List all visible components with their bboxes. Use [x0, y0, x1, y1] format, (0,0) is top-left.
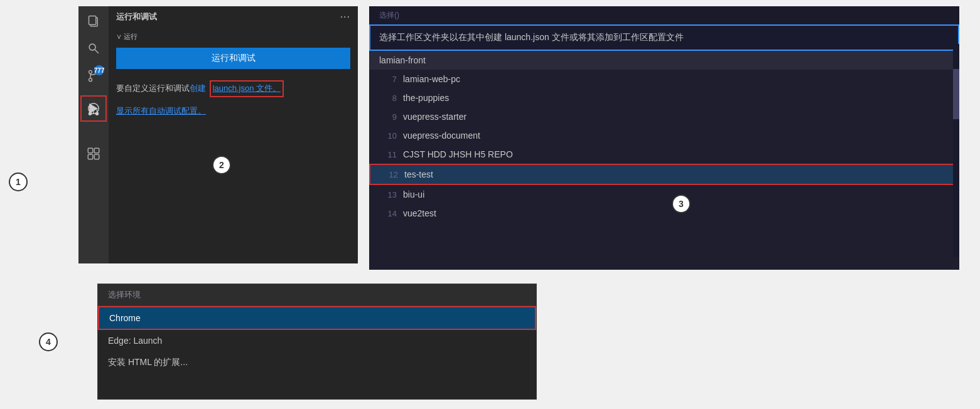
run-debug-panel: 777 运行和调试 ···	[78, 6, 358, 263]
env-item[interactable]: Chrome	[98, 306, 536, 330]
panel-header: 运行和调试 ···	[109, 6, 358, 28]
env-header: 选择环境	[98, 284, 536, 306]
svg-line-3	[95, 50, 99, 53]
annotation-circle-1: 1	[9, 173, 28, 191]
debug-run-icon[interactable]	[80, 95, 107, 122]
workspace-name: vuepress-starter	[403, 112, 466, 122]
svg-rect-1	[89, 16, 96, 25]
workspace-list: 7lamian-web-pc8the-puppies9vuepress-star…	[369, 70, 959, 223]
show-all-link[interactable]: 显示所有自动调试配置。	[116, 106, 206, 115]
run-section: ∨ 运行	[109, 28, 358, 44]
svg-point-2	[89, 44, 95, 50]
annotation-circle-3: 3	[672, 194, 691, 213]
workspace-list-item[interactable]: 11CJST HDD JHSH H5 REPO	[369, 145, 959, 164]
line-number: 14	[379, 209, 397, 218]
run-section-label: ∨ 运行	[116, 33, 137, 40]
svg-rect-14	[88, 154, 93, 159]
workspace-list-item[interactable]: 12tes-test	[369, 164, 959, 185]
line-number: 9	[379, 112, 397, 122]
line-number: 8	[379, 93, 397, 103]
workspace-name: biu-ui	[403, 189, 424, 199]
workspace-name: vuepress-document	[403, 130, 480, 141]
badge-count: 777	[94, 65, 104, 75]
workspace-list-item[interactable]: 9vuepress-starter	[369, 107, 959, 126]
create-link[interactable]: 创建	[190, 83, 206, 93]
line-number: 11	[379, 150, 397, 159]
svg-point-6	[89, 70, 92, 73]
workspace-panel: 选择() 选择工作区文件夹以在其中创建 launch.json 文件或将其添加到…	[369, 6, 959, 270]
svg-point-10	[89, 112, 92, 116]
customize-text: 要自定义运行和调试创建 launch.json 文件。	[109, 77, 358, 101]
annotation-circle-2: 2	[212, 156, 231, 174]
workspace-list-item[interactable]: 8the-puppies	[369, 88, 959, 107]
workspace-name: the-puppies	[403, 93, 449, 103]
copy-icon[interactable]	[85, 13, 102, 29]
workspace-list-item[interactable]: 10vuepress-document	[369, 126, 959, 145]
show-all-wrapper: 显示所有自动调试配置。	[109, 101, 358, 120]
svg-rect-13	[94, 148, 99, 153]
svg-rect-15	[94, 154, 99, 159]
extensions-icon[interactable]	[85, 146, 102, 162]
workspace-name: vue2test	[403, 208, 436, 218]
line-number: 7	[379, 75, 397, 84]
env-item[interactable]: Edge: Launch	[98, 330, 536, 351]
search-icon[interactable]	[85, 40, 102, 56]
env-label: Edge: Launch	[108, 336, 162, 346]
run-debug-content: 运行和调试 ··· ∨ 运行 运行和调试 要自定义运行和调试创建 launch.…	[109, 6, 358, 263]
svg-rect-12	[88, 148, 93, 153]
sidebar-icons: 777	[78, 6, 109, 263]
svg-point-11	[95, 112, 99, 116]
line-number: 13	[379, 190, 397, 199]
env-list: ChromeEdge: Launch安装 HTML 的扩展...	[98, 306, 536, 374]
workspace-top-bar: 选择()	[369, 6, 959, 24]
scrollbar[interactable]	[953, 44, 959, 257]
run-debug-button[interactable]: 运行和调试	[116, 48, 350, 69]
annotation-circle-4: 4	[39, 332, 58, 351]
env-panel: 选择环境 ChromeEdge: Launch安装 HTML 的扩展...	[97, 284, 537, 400]
panel-menu-dots[interactable]: ···	[340, 11, 350, 23]
workspace-item-first[interactable]: lamian-front	[369, 51, 959, 70]
scrollbar-thumb[interactable]	[953, 69, 959, 119]
source-control-icon[interactable]: 777	[85, 68, 102, 84]
line-number: 12	[380, 170, 398, 179]
env-label: Chrome	[109, 313, 141, 323]
workspace-name: lamian-web-pc	[403, 74, 460, 84]
workspace-list-item[interactable]: 13biu-ui	[369, 185, 959, 204]
workspace-list-item[interactable]: 7lamian-web-pc	[369, 70, 959, 88]
launch-json-link[interactable]: launch.json 文件。	[213, 83, 281, 93]
launch-json-link-wrapper: launch.json 文件。	[210, 80, 284, 97]
env-label: 安装 HTML 的扩展...	[108, 357, 188, 367]
workspace-name: tes-test	[404, 169, 433, 179]
workspace-name: CJST HDD JHSH H5 REPO	[403, 149, 513, 159]
line-number: 10	[379, 131, 397, 141]
svg-point-4	[89, 78, 92, 82]
workspace-list-item[interactable]: 14vue2test	[369, 204, 959, 223]
workspace-input[interactable]: 选择工作区文件夹以在其中创建 launch.json 文件或将其添加到工作区配置…	[369, 24, 959, 51]
env-item[interactable]: 安装 HTML 的扩展...	[98, 351, 536, 374]
panel-title: 运行和调试	[116, 11, 157, 23]
